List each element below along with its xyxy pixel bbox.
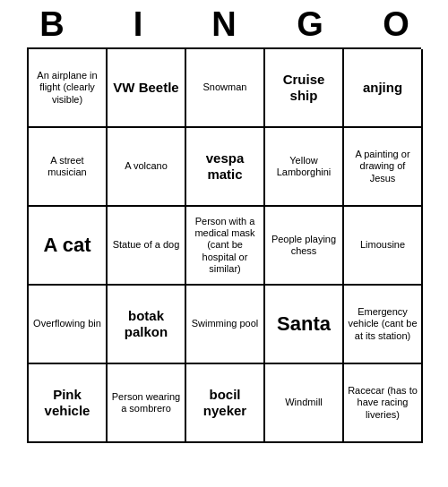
bingo-cell-5[interactable]: A street musician <box>29 128 108 207</box>
bingo-cell-8[interactable]: Yellow Lamborghini <box>265 128 344 207</box>
bingo-cell-11[interactable]: Statue of a dog <box>108 207 186 286</box>
bingo-cell-20[interactable]: Pink vehicle <box>29 364 108 443</box>
bingo-header: B I N G O <box>9 0 439 47</box>
letter-g: G <box>271 5 349 44</box>
bingo-cell-3[interactable]: Cruise ship <box>265 49 344 128</box>
bingo-cell-14[interactable]: Limousine <box>344 207 423 286</box>
bingo-cell-13[interactable]: People playing chess <box>265 207 344 286</box>
bingo-grid: An airplane in flight (clearly visible)V… <box>27 47 421 443</box>
bingo-cell-4[interactable]: anjing <box>344 49 423 128</box>
bingo-cell-1[interactable]: VW Beetle <box>108 49 186 128</box>
bingo-cell-12[interactable]: Person with a medical mask (cant be hosp… <box>186 207 265 286</box>
bingo-cell-24[interactable]: Racecar (has to have racing liveries) <box>344 364 423 443</box>
bingo-cell-7[interactable]: vespa matic <box>186 128 265 207</box>
letter-b: B <box>13 5 91 44</box>
bingo-cell-9[interactable]: A painting or drawing of Jesus <box>344 128 423 207</box>
bingo-cell-10[interactable]: A cat <box>29 207 108 286</box>
bingo-cell-22[interactable]: bocil nyeker <box>186 364 265 443</box>
bingo-cell-2[interactable]: Snowman <box>186 49 265 128</box>
bingo-cell-0[interactable]: An airplane in flight (clearly visible) <box>29 49 108 128</box>
bingo-cell-6[interactable]: A volcano <box>108 128 186 207</box>
letter-o: O <box>357 5 435 44</box>
letter-n: N <box>185 5 263 44</box>
bingo-cell-15[interactable]: Overflowing bin <box>29 286 108 364</box>
bingo-cell-16[interactable]: botak palkon <box>108 286 186 364</box>
bingo-cell-19[interactable]: Emergency vehicle (cant be at its statio… <box>344 286 423 364</box>
bingo-cell-21[interactable]: Person wearing a sombrero <box>108 364 186 443</box>
bingo-cell-23[interactable]: Windmill <box>265 364 344 443</box>
letter-i: I <box>99 5 177 44</box>
bingo-cell-18[interactable]: Santa <box>265 286 344 364</box>
bingo-cell-17[interactable]: Swimming pool <box>186 286 265 364</box>
